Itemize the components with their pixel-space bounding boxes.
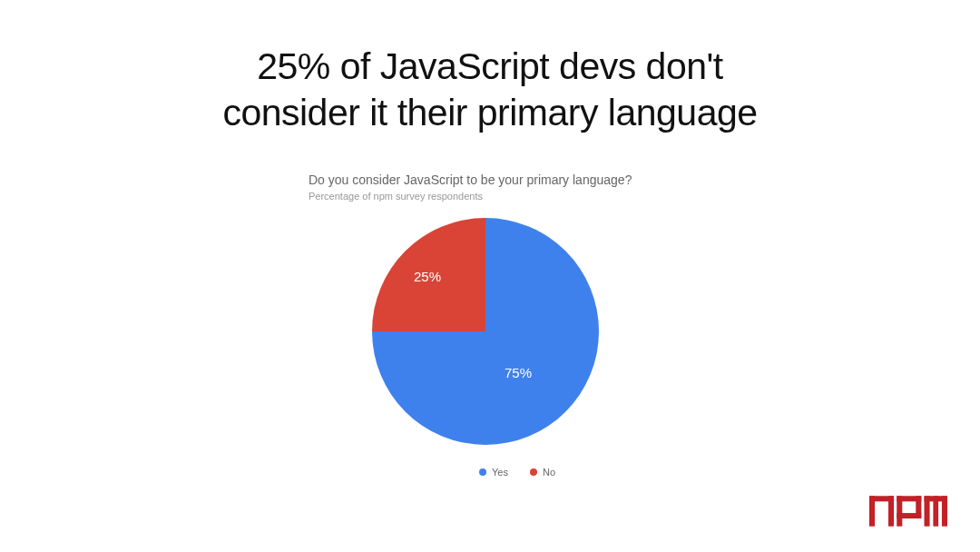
headline-line-2: consider it their primary language bbox=[222, 92, 757, 133]
legend-label: Yes bbox=[492, 467, 508, 478]
chart-legend: Yes No bbox=[345, 467, 690, 478]
legend-item-yes: Yes bbox=[479, 467, 508, 478]
svg-rect-10 bbox=[942, 496, 947, 526]
slice-label-no: 25% bbox=[414, 269, 441, 284]
npm-logo-icon bbox=[869, 496, 947, 527]
headline-line-1: 25% of JavaScript devs don't bbox=[257, 45, 722, 87]
chart-subtitle: Percentage of npm survey respondents bbox=[309, 191, 690, 202]
svg-rect-9 bbox=[933, 496, 938, 526]
svg-rect-6 bbox=[897, 513, 921, 518]
chart-title: Do you consider JavaScript to be your pr… bbox=[309, 172, 690, 187]
legend-item-no: No bbox=[530, 467, 555, 478]
slice-label-yes: 75% bbox=[505, 365, 532, 380]
chart-container: Do you consider JavaScript to be your pr… bbox=[309, 172, 690, 478]
pie-chart: 25% 75% bbox=[372, 218, 599, 445]
slide-headline: 25% of JavaScript devs don't consider it… bbox=[0, 0, 980, 137]
legend-swatch-icon bbox=[530, 468, 537, 476]
legend-swatch-icon bbox=[479, 468, 486, 476]
legend-label: No bbox=[543, 467, 555, 478]
svg-rect-2 bbox=[888, 496, 894, 526]
